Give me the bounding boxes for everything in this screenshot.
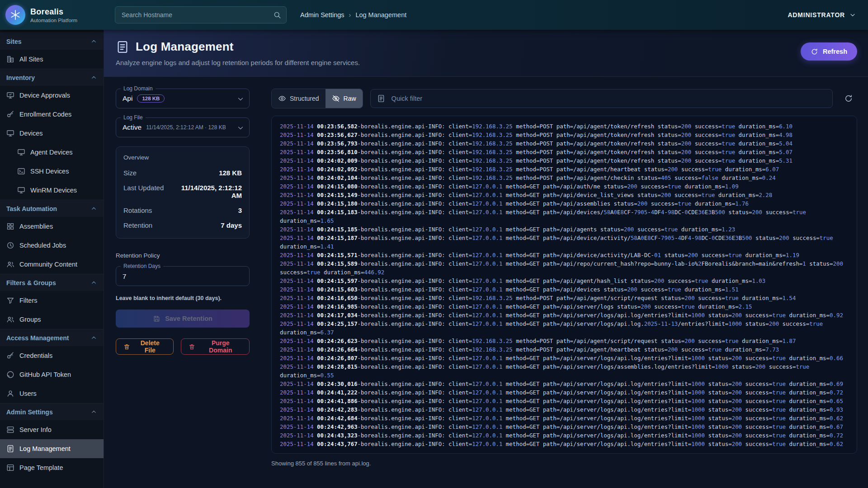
reload-logs-button[interactable]: [840, 90, 857, 107]
sidebar-item-ssh-devices[interactable]: SSH Devices: [0, 162, 104, 181]
log-domain-select[interactable]: Log Domain Api 128 KB: [116, 89, 250, 108]
sidebar-item-server-info[interactable]: Server Info: [0, 420, 104, 439]
sidebar-item-log-management[interactable]: Log Management: [0, 439, 104, 458]
sidebar-section-label: Access Management: [6, 334, 69, 342]
layout-icon: [6, 464, 14, 472]
breadcrumb-separator: ›: [349, 11, 351, 19]
chevron-up-icon: [90, 279, 97, 286]
log-management-icon: [116, 40, 129, 54]
sidebar-item-label: Agent Devices: [30, 149, 73, 156]
sidebar-section-access-management[interactable]: Access Management: [0, 329, 104, 346]
log-line: 2025-11-14 00:24:15,080-borealis.engine.…: [280, 182, 849, 191]
trash-icon: [123, 343, 130, 350]
monitor-icon: [6, 129, 14, 137]
log-line: 2025-11-14 00:24:26,664-borealis.engine.…: [280, 345, 849, 354]
save-retention-button[interactable]: Save Retention: [116, 310, 250, 328]
sidebar-section-inventory[interactable]: Inventory: [0, 69, 104, 86]
sidebar-section-task-automation[interactable]: Task Automation: [0, 200, 104, 217]
sidebar-item-label: Scheduled Jobs: [19, 242, 66, 249]
sidebar-item-all-sites[interactable]: All Sites: [0, 50, 104, 69]
refresh-button[interactable]: Refresh: [801, 42, 857, 61]
sidebar-item-assemblies[interactable]: Assemblies: [0, 217, 104, 236]
log-line: 2025-11-14 00:24:15,149-borealis.engine.…: [280, 191, 849, 199]
log-domain-value-wrap: Api 128 KB: [123, 94, 165, 103]
brand-text: Borealis Automation Platform: [30, 7, 77, 23]
chevron-up-icon: [90, 334, 97, 341]
log-line: 2025-11-14 00:23:56,627-borealis.engine.…: [280, 131, 849, 139]
quick-filter-input[interactable]: [370, 89, 833, 108]
content-row: Log Domain Api 128 KB Log File Active 11…: [104, 77, 868, 467]
breadcrumb-log-management[interactable]: Log Management: [355, 11, 406, 19]
sidebar-section-sites[interactable]: Sites: [0, 33, 104, 50]
funnel-icon: [6, 296, 14, 305]
user-menu[interactable]: ADMINISTRATOR: [788, 11, 856, 19]
breadcrumb-admin-settings[interactable]: Admin Settings: [300, 11, 344, 19]
chevron-up-icon: [90, 38, 97, 45]
raw-view-button[interactable]: Raw: [326, 89, 363, 108]
sidebar-item-community-content[interactable]: Community Content: [0, 255, 104, 274]
overview-row-label: Size: [123, 169, 137, 177]
danger-actions: Delete File Purge Domain: [116, 338, 250, 355]
page-title: Log Management: [136, 40, 234, 54]
sidebar-item-users[interactable]: Users: [0, 384, 104, 403]
sidebar-item-github-api-token[interactable]: GitHub API Token: [0, 365, 104, 384]
sidebar-section-label: Filters & Groups: [6, 279, 56, 286]
sidebar-item-scheduled-jobs[interactable]: Scheduled Jobs: [0, 236, 104, 255]
sidebar-item-filters[interactable]: Filters: [0, 291, 104, 310]
chevron-up-icon: [90, 205, 97, 212]
page-subtitle: Analyze engine logs and adjust log reten…: [116, 59, 857, 66]
log-domain-value: Api: [123, 94, 132, 103]
log-file-value-wrap: Active 11/14/2025, 2:12:12 AM · 128 KB: [123, 123, 226, 131]
chevron-down-icon: [236, 124, 245, 132]
log-line: 2025-11-14 00:24:42,684-borealis.engine.…: [280, 414, 849, 422]
structured-view-button[interactable]: Structured: [272, 89, 326, 108]
quick-filter: [370, 89, 833, 108]
search-input[interactable]: [115, 6, 287, 23]
overview-row-value: 128 KB: [219, 169, 242, 177]
sidebar-section-admin-settings[interactable]: Admin Settings: [0, 403, 104, 420]
sidebar-item-enrollment-codes[interactable]: Enrollment Codes: [0, 105, 104, 124]
log-output[interactable]: 2025-11-14 00:23:56,582-borealis.engine.…: [271, 116, 857, 454]
sidebar-item-page-template[interactable]: Page Template: [0, 458, 104, 477]
github-icon: [6, 371, 14, 379]
log-line: 2025-11-14 00:23:56,810-borealis.engine.…: [280, 148, 849, 156]
sidebar-item-winrm-devices[interactable]: WinRM Devices: [0, 181, 104, 200]
sidebar-section-filters-groups[interactable]: Filters & Groups: [0, 274, 104, 291]
server-icon: [6, 426, 14, 434]
log-file-value: Active: [123, 123, 142, 131]
delete-file-button[interactable]: Delete File: [116, 338, 174, 355]
sidebar-item-label: All Sites: [19, 56, 43, 63]
sidebar-item-devices[interactable]: Devices: [0, 124, 104, 143]
overview-row: Retention7 days: [123, 218, 242, 233]
log-file-label: Log File: [121, 114, 146, 121]
sidebar-item-groups[interactable]: Groups: [0, 310, 104, 329]
retention-policy-label: Retention Policy: [116, 252, 250, 259]
building-icon: [6, 55, 14, 63]
retention-days-input[interactable]: [123, 267, 234, 286]
overview-row-label: Rotations: [123, 206, 152, 214]
sidebar-item-label: Filters: [19, 297, 37, 304]
sidebar-item-label: Page Template: [19, 464, 63, 471]
sidebar-item-device-approvals[interactable]: Device Approvals: [0, 86, 104, 105]
overview-card: Overview Size128 KBLast Updated11/14/202…: [116, 146, 250, 239]
log-line: 2025-11-14 00:24:41,222-borealis.engine.…: [280, 388, 849, 397]
sidebar-item-label: Server Info: [19, 426, 52, 433]
log-line: 2025-11-14 00:23:56,582-borealis.engine.…: [280, 122, 849, 131]
purge-domain-button[interactable]: Purge Domain: [181, 338, 250, 355]
sidebar-item-agent-devices[interactable]: Agent Devices: [0, 143, 104, 162]
sidebar-item-label: Credentials: [19, 352, 52, 359]
log-line: 2025-11-14 00:24:15,185-borealis.engine.…: [280, 225, 849, 234]
retention-days-field: Retention Days: [116, 266, 250, 286]
log-file-select[interactable]: Log File Active 11/14/2025, 2:12:12 AM ·…: [116, 117, 250, 137]
brand[interactable]: Borealis Automation Platform: [5, 5, 101, 25]
clock-icon: [6, 241, 14, 249]
log-line: 2025-11-14 00:24:41,886-borealis.engine.…: [280, 397, 849, 405]
terminal-icon: [17, 167, 25, 175]
chevron-up-icon: [90, 408, 97, 415]
sidebar-item-label: Users: [19, 390, 37, 397]
sidebar-item-credentials[interactable]: Credentials: [0, 346, 104, 365]
key-icon: [6, 352, 14, 360]
monitor-icon: [17, 148, 25, 156]
log-line: 2025-11-14 00:24:42,283-borealis.engine.…: [280, 405, 849, 414]
people-icon: [6, 315, 14, 324]
